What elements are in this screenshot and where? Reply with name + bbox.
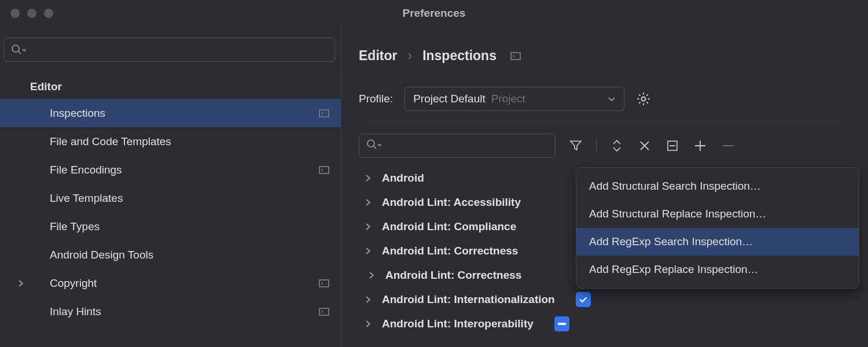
remove-icon[interactable] (720, 138, 735, 153)
sidebar-item-file-code-templates[interactable]: File and Code Templates (0, 127, 341, 156)
breadcrumb-leaf: Inspections (422, 48, 496, 64)
close-window-button[interactable] (10, 9, 20, 18)
sidebar-item-label: Inspections (50, 107, 319, 120)
checkbox-checked[interactable] (576, 292, 591, 307)
chevron-right-icon (365, 320, 382, 327)
svg-line-4 (374, 146, 377, 149)
tree-item-label: Android Lint: Correctness (382, 245, 518, 257)
search-icon (366, 139, 381, 153)
profile-select[interactable]: Project Default Project (404, 87, 624, 111)
popup-item-label: Add RegExp Search Inspection… (589, 235, 753, 248)
inspections-toolbar (359, 134, 868, 158)
chevron-right-icon (365, 223, 382, 230)
breadcrumb: Editor › Inspections (359, 48, 868, 64)
chevron-right-icon (365, 175, 382, 182)
project-settings-icon (319, 308, 329, 316)
sidebar-item-label: Copyright (50, 277, 319, 290)
chevron-right-icon (365, 199, 382, 206)
project-settings-icon (319, 109, 329, 117)
svg-point-2 (642, 97, 646, 101)
popup-add-structural-search[interactable]: Add Structural Search Inspection… (576, 172, 859, 200)
sidebar-item-label: File Encodings (50, 164, 319, 176)
add-icon[interactable] (693, 138, 708, 153)
sidebar-item-inspections[interactable]: Inspections (0, 99, 341, 127)
sidebar-group-editor[interactable]: Editor (0, 75, 341, 99)
sidebar-item-file-encodings[interactable]: File Encodings (0, 156, 341, 184)
window-title: Preferences (403, 7, 466, 20)
search-icon (11, 44, 26, 56)
svg-point-0 (12, 45, 19, 52)
popup-item-label: Add RegExp Replace Inspection… (589, 263, 759, 276)
tree-item-android-lint-interoperability[interactable]: Android Lint: Interoperability (359, 312, 868, 336)
project-settings-icon (319, 166, 329, 174)
tree-item-label: Android Lint: Compliance (382, 220, 516, 233)
sidebar-item-file-types[interactable]: File Types (0, 212, 341, 241)
sidebar-item-copyright[interactable]: Copyright (0, 269, 341, 297)
tree-item-label: Android (382, 172, 424, 184)
chevron-right-icon (365, 296, 382, 303)
chevron-down-icon (608, 93, 616, 105)
popup-item-label: Add Structural Search Inspection… (589, 180, 761, 193)
checkbox-mixed[interactable] (554, 316, 569, 331)
sidebar-item-inlay-hints[interactable]: Inlay Hints (0, 297, 341, 326)
svg-line-1 (19, 51, 21, 54)
gear-icon[interactable] (636, 91, 651, 106)
sidebar: Editor Inspections File and Code Templat… (0, 26, 341, 347)
chevron-right-icon: › (407, 48, 412, 64)
project-settings-icon (510, 52, 521, 60)
sidebar-item-label: Android Design Tools (50, 249, 329, 261)
traffic-lights (0, 9, 53, 18)
tree-item-label: Android Lint: Internationalization (382, 293, 555, 306)
close-icon[interactable] (637, 138, 652, 153)
sidebar-item-label: File Types (50, 220, 329, 233)
maximize-window-button[interactable] (44, 9, 53, 18)
project-settings-icon (319, 279, 329, 287)
disable-icon[interactable] (665, 138, 680, 153)
svg-point-3 (367, 140, 374, 147)
tree-item-label: Android Lint: Correctness (385, 269, 521, 282)
profile-row: Profile: Project Default Project (359, 87, 851, 123)
popup-add-regexp-replace[interactable]: Add RegExp Replace Inspection… (576, 256, 859, 283)
titlebar: Preferences (0, 0, 868, 26)
tree-item-label: Android Lint: Interoperability (382, 318, 534, 330)
popup-add-structural-replace[interactable]: Add Structural Replace Inspection… (576, 200, 859, 228)
sidebar-item-label: File and Code Templates (50, 135, 329, 148)
expand-collapse-icon[interactable] (609, 138, 624, 153)
sidebar-item-label: Live Templates (50, 192, 329, 205)
chevron-right-icon (17, 277, 24, 290)
tree-item-label: Android Lint: Accessibility (382, 196, 521, 209)
inspections-search-input[interactable] (359, 134, 556, 158)
filter-icon[interactable] (568, 138, 583, 153)
sidebar-item-android-design-tools[interactable]: Android Design Tools (0, 241, 341, 269)
add-inspection-popup: Add Structural Search Inspection… Add St… (576, 167, 859, 289)
tree-item-android-lint-internationalization[interactable]: Android Lint: Internationalization (359, 287, 868, 312)
sidebar-item-live-templates[interactable]: Live Templates (0, 184, 341, 212)
minimize-window-button[interactable] (27, 9, 36, 18)
breadcrumb-root[interactable]: Editor (359, 48, 397, 64)
profile-scope: Project (491, 93, 608, 105)
sidebar-item-label: Inlay Hints (50, 305, 319, 318)
preferences-search-input[interactable] (3, 38, 335, 62)
popup-add-regexp-search[interactable]: Add RegExp Search Inspection… (576, 228, 859, 256)
chevron-right-icon (368, 272, 385, 279)
toolbar-separator (596, 138, 597, 153)
chevron-right-icon (365, 248, 382, 254)
profile-label: Profile: (359, 93, 393, 105)
profile-value: Project Default (413, 93, 486, 105)
popup-item-label: Add Structural Replace Inspection… (589, 208, 766, 220)
